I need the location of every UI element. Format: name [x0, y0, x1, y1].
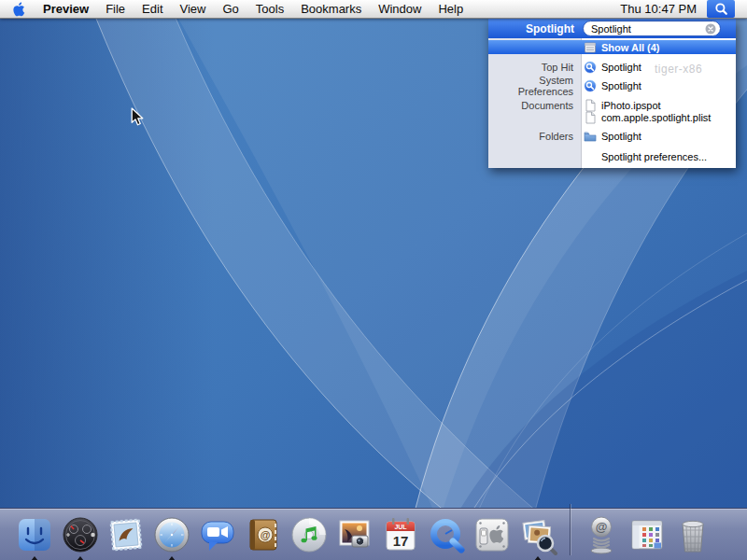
svg-text:@: @	[596, 520, 608, 534]
trash-icon	[672, 514, 713, 555]
spotlight-search-field[interactable]	[583, 21, 721, 36]
result-label: Show All (4)	[601, 42, 660, 53]
mail-icon	[106, 514, 147, 555]
menu-clock[interactable]: Thu 10:47 PM	[620, 2, 697, 16]
result-row-spotlight-preferences[interactable]: Spotlight preferences...	[488, 147, 736, 166]
document-icon	[584, 99, 597, 112]
dock-item-address-book[interactable]: @	[243, 514, 284, 555]
svg-text:JUL: JUL	[394, 524, 407, 530]
dock-item-quicktime[interactable]	[426, 514, 467, 555]
menu-view[interactable]: View	[180, 2, 206, 16]
category-label: Top Hit	[488, 62, 581, 73]
svg-text:17: 17	[393, 533, 409, 549]
system-preferences-icon	[472, 514, 513, 555]
result-label: Spotlight	[601, 131, 641, 142]
folder-icon	[584, 130, 597, 143]
dock-item-dashboard[interactable]	[60, 514, 101, 555]
dock-item-ical[interactable]: JUL 17	[380, 514, 421, 555]
result-label: Spotlight preferences...	[601, 151, 707, 162]
spotlight-title: Spotlight	[488, 22, 574, 35]
dock-item-applications-window[interactable]	[627, 514, 668, 555]
running-indicator	[31, 556, 38, 560]
running-indicator	[77, 556, 84, 560]
result-label: iPhoto.ipspot	[601, 100, 661, 111]
ical-icon: JUL 17	[380, 514, 421, 555]
address-book-icon: @	[243, 514, 284, 555]
dock-item-mail[interactable]	[106, 514, 147, 555]
result-row-document[interactable]: Documents iPhoto.ipspot	[488, 99, 736, 111]
result-row-folder[interactable]: Folders Spotlight	[488, 127, 736, 146]
magnifier-icon	[714, 2, 728, 16]
results-list-icon	[584, 41, 597, 54]
quicktime-icon	[426, 514, 467, 555]
apple-menu[interactable]	[13, 2, 25, 17]
spotlight-menu-button[interactable]	[707, 0, 735, 18]
svg-text:@: @	[261, 529, 271, 540]
menu-go[interactable]: Go	[222, 2, 238, 16]
result-row-document[interactable]: com.apple.spotlight.plist	[488, 111, 736, 123]
menu-bookmarks[interactable]: Bookmarks	[301, 2, 361, 16]
dock-item-ichat[interactable]	[197, 514, 238, 555]
dock-item-system-preferences[interactable]	[472, 514, 513, 555]
mouse-cursor	[131, 107, 144, 130]
dashboard-icon	[60, 514, 101, 555]
menu-help[interactable]: Help	[438, 2, 463, 16]
menu-file[interactable]: File	[106, 2, 125, 16]
dock-item-iphoto[interactable]	[334, 514, 375, 555]
spotlight-app-icon	[584, 79, 597, 92]
menu-tools[interactable]: Tools	[256, 2, 284, 16]
dock-item-trash[interactable]	[672, 514, 713, 555]
result-row-show-all[interactable]: Show All (4)	[488, 40, 736, 54]
spotlight-app-icon	[584, 61, 597, 74]
dock-item-preview[interactable]	[517, 514, 558, 555]
category-label: Folders	[488, 131, 581, 142]
dock-item-internet-location[interactable]: @	[581, 514, 622, 555]
menu-bar: Preview File Edit View Go Tools Bookmark…	[0, 0, 747, 19]
finder-window-icon	[627, 514, 668, 555]
dock-item-itunes[interactable]	[289, 514, 330, 555]
dock: @ JU	[0, 508, 747, 560]
result-label: Spotlight	[601, 62, 641, 73]
spotlight-header: Spotlight	[488, 19, 736, 38]
running-indicator	[534, 556, 542, 560]
category-label: System Preferences	[488, 75, 581, 97]
ichat-icon	[197, 514, 238, 555]
dock-separator	[570, 504, 571, 555]
apple-logo-icon	[13, 2, 25, 17]
at-spring-icon: @	[581, 514, 622, 555]
result-label: com.apple.spotlight.plist	[601, 112, 711, 123]
finder-icon	[14, 514, 55, 555]
menu-edit[interactable]: Edit	[142, 2, 162, 16]
dock-item-finder[interactable]	[14, 514, 55, 555]
result-row-top-hit[interactable]: Top Hit Spotlight	[488, 58, 736, 77]
menu-window[interactable]: Window	[378, 2, 421, 16]
result-label: Spotlight	[601, 80, 641, 91]
running-indicator	[168, 556, 176, 560]
iphoto-icon	[334, 514, 375, 555]
dock-item-safari[interactable]	[151, 514, 192, 555]
spotlight-results: tiger-x86 Show All (4) Top Hit	[488, 38, 736, 168]
spotlight-search-input[interactable]	[591, 22, 705, 35]
menu-app-name[interactable]: Preview	[43, 2, 89, 16]
document-icon	[584, 111, 597, 124]
result-row-system-preferences[interactable]: System Preferences Spotlight	[488, 77, 736, 95]
category-label: Documents	[488, 100, 581, 111]
spotlight-panel: Spotlight tiger-x86 Show All (4)	[488, 19, 736, 168]
itunes-icon	[289, 514, 330, 555]
clear-search-icon[interactable]	[705, 23, 716, 35]
preview-icon	[517, 514, 558, 555]
safari-icon	[151, 514, 192, 555]
